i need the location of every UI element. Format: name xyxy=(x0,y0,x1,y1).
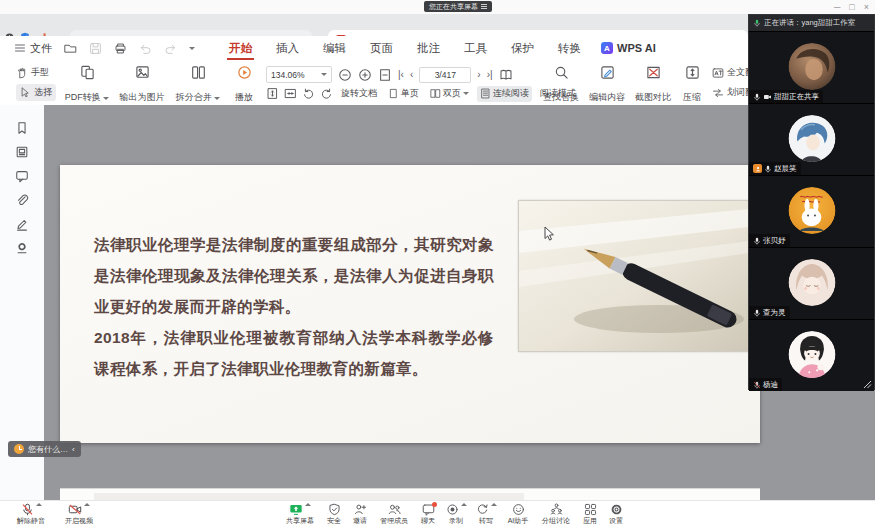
zoom-level-select[interactable]: 134.06% xyxy=(266,66,332,83)
snapshot-compare-button[interactable]: 截图对比 xyxy=(632,63,674,106)
attachments-panel-button[interactable] xyxy=(15,193,29,207)
wps-ai-button[interactable]: A WPS AI xyxy=(601,42,656,54)
chevron-down-icon xyxy=(189,47,195,50)
fit-height-icon[interactable] xyxy=(266,87,279,100)
pdf-convert-label: PDF转换 xyxy=(65,91,110,104)
thumbnail-icon xyxy=(15,145,29,159)
os-top-bar: 您正在共享屏幕 ─ □ × xyxy=(0,0,875,15)
unmute-button[interactable]: 解除静音 xyxy=(8,503,54,526)
security-label: 安全 xyxy=(327,516,341,526)
chevron-up-icon xyxy=(36,503,42,506)
export-image-button[interactable]: 输出为图片 xyxy=(114,63,170,106)
security-button[interactable]: 安全 xyxy=(324,503,344,526)
split-merge-icon xyxy=(191,65,206,80)
manage-members-button[interactable]: 管理成员 xyxy=(376,503,412,526)
meeting-controls: 共享屏幕 安全 邀请 管理成员 聊天 xyxy=(282,503,626,526)
split-merge-label: 拆分合并 xyxy=(176,91,221,104)
apps-button[interactable]: 应用 xyxy=(580,503,600,526)
tab-insert[interactable]: 插入 xyxy=(264,37,311,59)
double-page-button[interactable]: 双页 xyxy=(427,86,472,102)
tab-home[interactable]: 开始 xyxy=(217,37,264,59)
thumbnail-panel-button[interactable] xyxy=(15,145,29,159)
participant-tile[interactable]: 杨迪 xyxy=(749,319,874,391)
rotate-right-icon[interactable] xyxy=(320,87,333,100)
page-indicator[interactable]: 3/417 xyxy=(419,67,471,83)
chat-button[interactable]: 聊天 xyxy=(418,503,438,526)
tab-page[interactable]: 页面 xyxy=(358,37,405,59)
hamburger-icon xyxy=(14,42,26,54)
minimize-button[interactable]: ─ xyxy=(834,1,840,13)
zoom-in-icon[interactable] xyxy=(358,68,372,82)
meeting-participants-panel[interactable]: 正在讲话：yang甜甜工作室 甜甜正在共享 xyxy=(748,14,875,390)
tab-protect[interactable]: 保护 xyxy=(499,37,546,59)
save-button[interactable] xyxy=(89,42,102,55)
pdf-convert-button[interactable]: PDF转换 xyxy=(62,63,112,106)
panel-resize-handle[interactable] xyxy=(863,380,872,389)
breakout-rooms-button[interactable]: 分组讨论 xyxy=(538,503,574,526)
assistant-chip[interactable]: 您有什么… ‹ xyxy=(8,441,81,457)
file-menu-label: 文件 xyxy=(30,41,52,56)
play-button[interactable]: 播放 xyxy=(228,63,260,106)
fit-page-icon[interactable] xyxy=(378,68,392,82)
undo-button[interactable] xyxy=(139,42,152,55)
edit-content-button[interactable]: 编辑内容 xyxy=(586,63,628,106)
print-icon xyxy=(114,42,127,55)
zoom-value: 134.06% xyxy=(271,70,305,80)
participant-name: 张贝妤 xyxy=(763,236,786,246)
tab-convert[interactable]: 转换 xyxy=(546,37,593,59)
document-tabstrip xyxy=(0,14,875,36)
fit-width-icon[interactable] xyxy=(284,87,297,100)
stamp-panel-button[interactable] xyxy=(15,241,29,255)
participant-tile[interactable]: 张贝妤 xyxy=(749,175,874,247)
speaking-mic-icon xyxy=(753,19,761,27)
history-dropdown[interactable] xyxy=(189,47,195,50)
split-merge-button[interactable]: 拆分合并 xyxy=(172,63,224,106)
last-page-button[interactable]: ›| xyxy=(487,69,493,80)
participant-tile[interactable]: 赵晨笑 xyxy=(749,103,874,175)
ai-assistant-button[interactable]: AI助手 xyxy=(504,503,532,526)
chevron-down-icon xyxy=(321,73,327,76)
reading-book-icon[interactable] xyxy=(499,68,513,82)
participant-tile[interactable]: 甜甜正在共享 xyxy=(749,31,874,103)
tab-edit[interactable]: 编辑 xyxy=(311,37,358,59)
share-screen-button[interactable]: 共享屏幕 xyxy=(282,503,318,526)
screen-share-banner[interactable]: 您正在共享屏幕 xyxy=(424,1,492,12)
play-icon xyxy=(237,65,252,80)
maximize-button[interactable]: □ xyxy=(849,1,854,13)
avatar xyxy=(788,187,835,234)
menu-bar: 文件 开始 插入 编辑 页面 批注 工具 保护 转换 A WPS AI xyxy=(0,36,875,61)
transcribe-button[interactable]: 转写 xyxy=(474,503,498,526)
close-button[interactable]: × xyxy=(864,1,869,13)
camera-icon xyxy=(763,93,772,101)
compress-button[interactable]: 压缩 xyxy=(678,63,706,106)
first-page-button[interactable]: |‹ xyxy=(398,69,404,80)
record-button[interactable]: 录制 xyxy=(444,503,468,526)
pointer-tools: 手型 选择 xyxy=(16,64,56,101)
bookmark-panel-button[interactable] xyxy=(15,121,29,135)
annotation-pen-button[interactable] xyxy=(15,217,29,231)
record-label: 录制 xyxy=(449,516,463,526)
settings-button[interactable]: 设置 xyxy=(606,503,626,526)
start-video-button[interactable]: 开启视频 xyxy=(56,503,102,526)
tab-comment[interactable]: 批注 xyxy=(405,37,452,59)
previous-page-button[interactable]: ‹ xyxy=(410,69,413,80)
find-replace-button[interactable]: 查找替换 xyxy=(540,63,582,106)
comments-panel-button[interactable] xyxy=(15,169,29,183)
print-button[interactable] xyxy=(114,42,127,55)
zoom-out-icon[interactable] xyxy=(338,68,352,82)
select-tool-button[interactable]: 选择 xyxy=(16,84,56,101)
redo-button[interactable] xyxy=(164,42,177,55)
apps-label: 应用 xyxy=(583,516,597,526)
continuous-read-button[interactable]: 连续阅读 xyxy=(477,86,532,102)
participant-tile[interactable]: 查为灵 xyxy=(749,247,874,319)
next-page-button[interactable]: › xyxy=(477,69,480,80)
open-button[interactable] xyxy=(64,42,77,55)
rotate-doc-button[interactable]: 旋转文档 xyxy=(338,86,380,102)
invite-button[interactable]: 邀请 xyxy=(350,503,370,526)
rotate-left-icon[interactable] xyxy=(302,87,315,100)
single-page-button[interactable]: 单页 xyxy=(385,86,422,102)
hand-tool-button[interactable]: 手型 xyxy=(16,64,56,81)
hamburger-menu[interactable]: 文件 xyxy=(14,41,52,56)
collapse-chevron[interactable]: ‹ xyxy=(72,445,75,454)
tab-tools[interactable]: 工具 xyxy=(452,37,499,59)
